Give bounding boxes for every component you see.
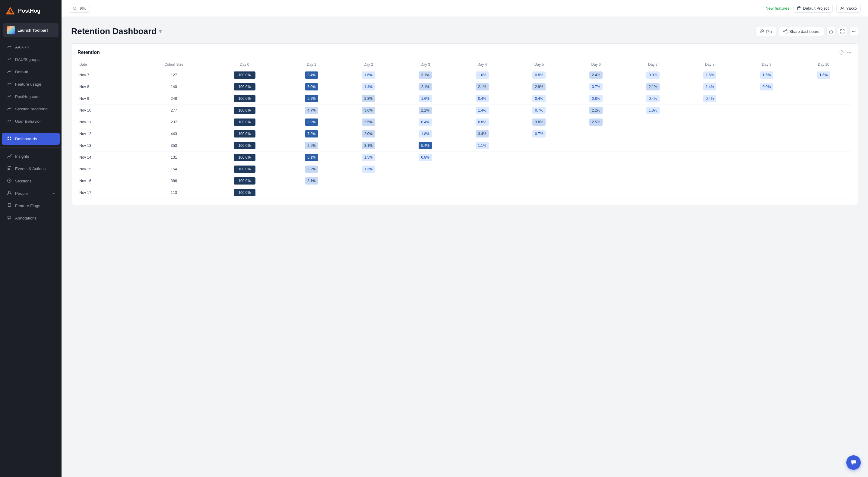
cell-day5[interactable]: 0.7% bbox=[510, 105, 568, 116]
cell-day9[interactable] bbox=[738, 105, 795, 116]
cell-day1[interactable]: 4.7% bbox=[283, 105, 340, 116]
cell-day3[interactable]: 0.8% bbox=[397, 152, 454, 163]
cell-day8[interactable]: 0.4% bbox=[681, 93, 738, 105]
cell-day5[interactable] bbox=[510, 163, 568, 175]
cell-day1[interactable]: 6.1% bbox=[283, 152, 340, 163]
table-row[interactable]: Nov 16386100.0%3.1% bbox=[78, 175, 852, 187]
cell-day8[interactable] bbox=[681, 175, 738, 187]
cell-day5[interactable] bbox=[510, 140, 568, 152]
cell-day2[interactable]: 2.0% bbox=[340, 128, 397, 140]
lock-button[interactable] bbox=[826, 27, 835, 36]
title-chevron-icon[interactable]: ▾ bbox=[159, 28, 162, 35]
table-row[interactable]: Nov 11237100.0%8.9%2.5%0.4%0.8%3.8%2.5% bbox=[78, 116, 852, 128]
more-options-button[interactable] bbox=[849, 27, 858, 36]
cell-day9[interactable] bbox=[738, 163, 795, 175]
cell-day7[interactable] bbox=[624, 152, 681, 163]
search-box[interactable]: ⌘K bbox=[69, 4, 90, 13]
table-row[interactable]: Nov 14131100.0%6.1%1.5%0.8% bbox=[78, 152, 852, 163]
cell-day0[interactable]: 100.0% bbox=[206, 140, 283, 152]
fullscreen-button[interactable] bbox=[838, 27, 847, 36]
cell-day7[interactable] bbox=[624, 140, 681, 152]
project-selector[interactable]: Default Project bbox=[793, 4, 833, 13]
cell-day5[interactable]: 2.9% bbox=[510, 81, 568, 93]
cell-day5[interactable]: 0.4% bbox=[510, 93, 568, 105]
cell-day9[interactable]: 1.6% bbox=[738, 69, 795, 81]
cell-day8[interactable]: 1.6% bbox=[681, 69, 738, 81]
cell-day10[interactable] bbox=[795, 93, 852, 105]
cell-day3[interactable]: 2.1% bbox=[397, 81, 454, 93]
cell-day6[interactable]: 2.4% bbox=[568, 69, 625, 81]
cell-day3[interactable]: 2.2% bbox=[397, 105, 454, 116]
cell-day1[interactable]: 3.1% bbox=[283, 175, 340, 187]
cell-day6[interactable]: 2.5% bbox=[568, 116, 625, 128]
cell-day0[interactable]: 100.0% bbox=[206, 116, 283, 128]
cell-day3[interactable]: 1.8% bbox=[397, 128, 454, 140]
chat-bubble[interactable] bbox=[846, 455, 861, 470]
cell-day1[interactable]: 9.4% bbox=[283, 69, 340, 81]
sidebar-item-session-recording[interactable]: Session recording bbox=[2, 103, 60, 115]
cell-day10[interactable] bbox=[795, 81, 852, 93]
cell-day6[interactable] bbox=[568, 163, 625, 175]
cell-day0[interactable]: 100.0% bbox=[206, 163, 283, 175]
table-row[interactable]: Nov 9248100.0%5.2%2.8%1.6%0.4%0.4%0.8%0.… bbox=[78, 93, 852, 105]
cell-day9[interactable] bbox=[738, 152, 795, 163]
sidebar-item-annotations[interactable]: Annotations bbox=[2, 212, 60, 224]
cell-day9[interactable] bbox=[738, 187, 795, 199]
cell-day1[interactable]: 8.9% bbox=[283, 116, 340, 128]
cell-day2[interactable]: 2.8% bbox=[340, 93, 397, 105]
cell-day2[interactable]: 1.5% bbox=[340, 152, 397, 163]
cell-day8[interactable] bbox=[681, 116, 738, 128]
cell-day2[interactable]: 3.1% bbox=[340, 140, 397, 152]
cell-day1[interactable]: 7.2% bbox=[283, 128, 340, 140]
cell-day7[interactable] bbox=[624, 128, 681, 140]
share-dashboard-button[interactable]: Share dashboard bbox=[779, 27, 824, 36]
cell-day6[interactable]: 0.8% bbox=[568, 93, 625, 105]
card-more-icon[interactable] bbox=[846, 50, 852, 55]
cell-day7[interactable] bbox=[624, 163, 681, 175]
cell-day5[interactable] bbox=[510, 152, 568, 163]
cell-day10[interactable]: 1.6% bbox=[795, 69, 852, 81]
cell-day10[interactable] bbox=[795, 116, 852, 128]
cell-day1[interactable]: 2.5% bbox=[283, 140, 340, 152]
table-row[interactable]: Nov 8140100.0%5.0%1.4%2.1%2.1%2.9%0.7%2.… bbox=[78, 81, 852, 93]
cell-day6[interactable] bbox=[568, 140, 625, 152]
table-row[interactable]: Nov 17113100.0% bbox=[78, 187, 852, 199]
cell-day6[interactable] bbox=[568, 187, 625, 199]
sidebar-item-feature-flags[interactable]: Feature Flags bbox=[2, 200, 60, 212]
cell-day4[interactable]: 3.4% bbox=[454, 128, 510, 140]
cell-day4[interactable]: 0.8% bbox=[454, 116, 510, 128]
cell-day10[interactable] bbox=[795, 128, 852, 140]
sidebar-item-people[interactable]: People ▾ bbox=[2, 188, 60, 199]
cell-day8[interactable] bbox=[681, 140, 738, 152]
launch-toolbar-button[interactable]: Launch Toolbar! bbox=[3, 23, 59, 37]
table-row[interactable]: Nov 7127100.0%9.4%1.6%3.1%1.6%0.8%2.4%0.… bbox=[78, 69, 852, 81]
cell-day4[interactable] bbox=[454, 187, 510, 199]
cell-day4[interactable]: 1.4% bbox=[454, 105, 510, 116]
cell-day9[interactable] bbox=[738, 116, 795, 128]
cell-day2[interactable]: 2.5% bbox=[340, 116, 397, 128]
table-row[interactable]: Nov 15154100.0%3.2%1.3% bbox=[78, 163, 852, 175]
cell-day0[interactable]: 100.0% bbox=[206, 105, 283, 116]
cell-day9[interactable] bbox=[738, 93, 795, 105]
cell-day7[interactable] bbox=[624, 187, 681, 199]
cell-day0[interactable]: 100.0% bbox=[206, 152, 283, 163]
cell-day8[interactable] bbox=[681, 152, 738, 163]
cell-day7[interactable]: 0.8% bbox=[624, 69, 681, 81]
cell-day4[interactable] bbox=[454, 175, 510, 187]
cell-day4[interactable]: 1.6% bbox=[454, 69, 510, 81]
table-row[interactable]: Nov 13353100.0%2.5%3.1%5.4%1.1% bbox=[78, 140, 852, 152]
pin-button[interactable]: Pin bbox=[755, 27, 776, 36]
cell-day0[interactable]: 100.0% bbox=[206, 187, 283, 199]
cell-day7[interactable]: 2.1% bbox=[624, 81, 681, 93]
cell-day1[interactable]: 5.2% bbox=[283, 93, 340, 105]
cell-day0[interactable]: 100.0% bbox=[206, 93, 283, 105]
cell-day1[interactable]: 5.0% bbox=[283, 81, 340, 93]
cell-day9[interactable] bbox=[738, 140, 795, 152]
sidebar-item-events-actions[interactable]: Events & Actions bbox=[2, 163, 60, 174]
cell-day6[interactable] bbox=[568, 175, 625, 187]
sidebar-item-dau[interactable]: DAU/Signups bbox=[2, 54, 60, 65]
cell-day7[interactable] bbox=[624, 116, 681, 128]
sidebar-item-dashboards[interactable]: Dashboards bbox=[2, 133, 60, 145]
cell-day3[interactable]: 1.6% bbox=[397, 93, 454, 105]
cell-day7[interactable] bbox=[624, 175, 681, 187]
